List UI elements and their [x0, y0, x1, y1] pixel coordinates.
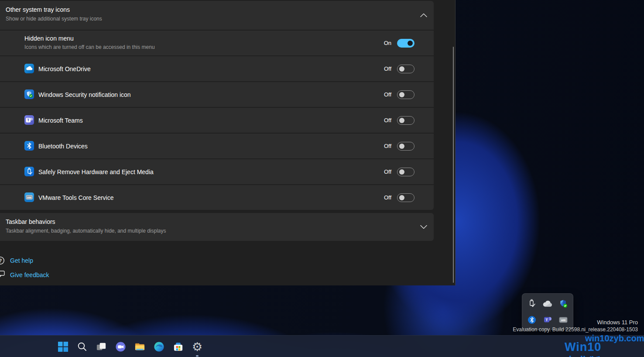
settings-window: Other system tray icons Show or hide add… [0, 0, 456, 285]
svg-text:vm: vm [27, 196, 31, 199]
toggle-state-label: Off [384, 117, 391, 124]
other-system-tray-icons-expander[interactable]: Other system tray icons Show or hide add… [0, 1, 434, 30]
file-explorer-button[interactable] [130, 336, 149, 357]
search-button[interactable] [72, 336, 92, 357]
toggle-state-label: Off [384, 65, 391, 72]
tray-icon-row-onedrive: Microsoft OneDrive Off [0, 56, 434, 81]
tray-icon-row-safely-remove: Safely Remove Hardware and Eject Media O… [0, 159, 434, 184]
windows-security-icon [24, 89, 34, 99]
give-feedback-label[interactable]: Give feedback [10, 271, 49, 278]
windows-security-icon[interactable] [556, 296, 571, 311]
tray-icon-row-bluetooth: Bluetooth Devices Off [0, 134, 434, 158]
scrollbar[interactable] [453, 47, 454, 283]
bluetooth-icon [24, 141, 34, 151]
tray-icon-row-vmware: vm VMware Tools Core Service Off [0, 185, 434, 210]
store-icon [173, 341, 184, 352]
hidden-icon-menu-toggle[interactable] [397, 39, 414, 48]
hidden-icon-menu-subtitle: Icons which are turned off can be access… [24, 44, 155, 50]
tray-icon-row-windows-security: Windows Security notification icon Off [0, 82, 434, 107]
taskbar-apps: ⚙ [53, 336, 207, 357]
behaviors-subtitle: Taskbar alignment, badging, automaticall… [6, 228, 166, 234]
get-help-link[interactable]: ? Get help [0, 256, 33, 265]
tray-icon-row-label: Microsoft Teams [38, 117, 83, 124]
onedrive-icon[interactable] [540, 296, 555, 311]
toggle-state-label: Off [384, 143, 391, 149]
feedback-icon [0, 271, 5, 279]
toggle-state-label: Off [384, 168, 391, 175]
tray-icon-row-teams: T Microsoft Teams Off [0, 108, 434, 133]
winver-watermark: Windows 11 Pro Evaluation copy. Build 22… [513, 319, 638, 333]
expander-subtitle: Show or hide additional system tray icon… [6, 16, 102, 22]
safely-remove-icon [24, 167, 34, 176]
start-icon [58, 341, 69, 352]
teams-icon: T [24, 115, 34, 125]
teams-toggle[interactable] [397, 116, 414, 125]
task-view-button[interactable] [92, 336, 111, 357]
tray-icon-row-label: Bluetooth Devices [38, 143, 88, 150]
vmware-icon: vm [24, 192, 34, 202]
tray-icon-row-label: Safely Remove Hardware and Eject Media [38, 168, 154, 175]
tray-icon-row-label: Microsoft OneDrive [38, 65, 91, 72]
windows-edition-label: Windows 11 Pro [513, 319, 638, 326]
taskbar: ⚙ ENG IN [0, 335, 644, 357]
give-feedback-link[interactable]: Give feedback [0, 270, 49, 280]
chevron-up-icon [420, 14, 427, 17]
onedrive-toggle[interactable] [397, 65, 414, 73]
toggle-state-label: Off [384, 91, 391, 98]
start-button[interactable] [53, 336, 72, 357]
taskbar-behaviors-expander[interactable]: Taskbar behaviors Taskbar alignment, bad… [0, 213, 434, 241]
search-icon [77, 341, 87, 352]
safely-remove-icon[interactable] [524, 296, 539, 311]
help-icon: ? [0, 256, 5, 265]
hidden-icon-menu-row: Hidden icon menu Icons which are turned … [0, 31, 434, 55]
file-explorer-icon [134, 341, 145, 352]
toggle-state-label: Off [384, 194, 391, 201]
edge-icon [154, 341, 164, 352]
chat-icon [115, 341, 126, 352]
store-button[interactable] [168, 336, 188, 357]
get-help-label[interactable]: Get help [10, 257, 33, 264]
edge-button[interactable] [149, 336, 168, 357]
hidden-icon-menu-title: Hidden icon menu [24, 35, 74, 42]
bluetooth-toggle[interactable] [397, 142, 414, 151]
behaviors-title: Taskbar behaviors [6, 218, 55, 225]
open-app-indicator [196, 355, 199, 357]
safely-remove-toggle[interactable] [397, 168, 414, 176]
desktop-screen: Other system tray icons Show or hide add… [0, 0, 644, 357]
evaluation-build-label: Evaluation copy. Build 22598.ni_release.… [513, 326, 638, 333]
chevron-down-icon [420, 225, 427, 229]
task-view-icon [96, 341, 107, 352]
svg-text:?: ? [0, 258, 2, 263]
expander-title: Other system tray icons [6, 6, 70, 13]
chat-button[interactable] [111, 336, 130, 357]
settings-gear-icon: ⚙ [192, 341, 202, 353]
onedrive-icon [24, 64, 34, 73]
windows-security-toggle[interactable] [397, 90, 414, 99]
tray-icon-row-label: Windows Security notification icon [38, 91, 131, 98]
settings-button[interactable]: ⚙ [188, 336, 207, 357]
svg-text:T: T [27, 118, 30, 122]
toggle-state-label: On [384, 40, 391, 46]
vmware-toggle[interactable] [397, 193, 414, 202]
tray-icon-row-label: VMware Tools Core Service [38, 194, 113, 201]
